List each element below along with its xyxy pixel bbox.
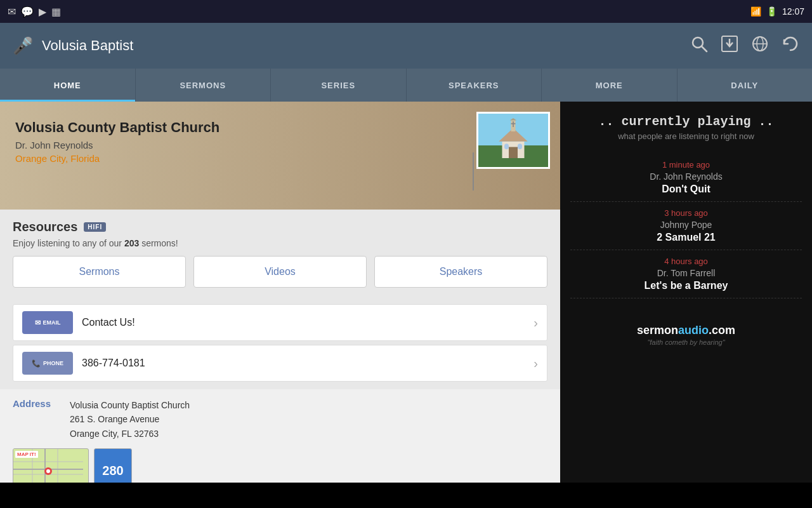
tab-sermons[interactable]: SERMONS [136,69,272,102]
gmail-icon: ✉ [8,6,16,18]
map-label: MAP IT! [15,451,38,458]
address-section: Address Volusia County Baptist Church 26… [0,389,560,483]
play-time-2: 3 hours ago [570,208,802,218]
play-time-3: 4 hours ago [570,257,802,266]
address-label: Address [13,398,57,409]
email-icon-box: ✉ EMAIL [22,311,73,334]
address-text: Volusia County Baptist Church 261 S. Ora… [70,398,190,441]
church-thumbnail [476,112,550,169]
sermons-button[interactable]: Sermons [13,256,186,288]
tab-daily[interactable]: DAILY [678,69,813,102]
download-icon[interactable] [721,35,738,57]
address-row: Address Volusia County Baptist Church 26… [13,398,547,441]
status-bar: ✉ 💬 ▶ ▦ 📶 🔋 12:07 [0,0,812,23]
right-panel: .. currently playing .. what people are … [560,102,812,483]
contact-section: ✉ EMAIL Contact Us! › 📞 PHONE 386-774-01… [0,300,560,389]
tab-speakers[interactable]: SPEAKERS [407,69,542,102]
phone-chevron-icon: › [534,356,538,371]
phone-row[interactable]: 📞 PHONE 386-774-0181 › [13,345,547,382]
grid-icon: ▦ [51,6,61,18]
resources-description: Enjoy listening to any of our 203 sermon… [13,238,547,248]
svg-point-24 [46,469,50,473]
svg-rect-13 [511,123,516,124]
highway-number: 280 [102,464,123,478]
resources-section: Resources HIFI Enjoy listening to any of… [0,210,560,300]
phone-icon-box: 📞 PHONE [22,352,73,375]
play-speaker-3: Dr. Tom Farrell [570,268,802,278]
header-left: 🎤 Volusia Baptist [13,36,133,56]
now-playing-title: .. currently playing .. [598,114,773,129]
svg-rect-14 [504,144,509,149]
time-display: 12:07 [782,6,804,17]
sms-icon: 💬 [21,6,34,18]
google-map-thumbnail[interactable]: MAP IT! [13,448,89,483]
now-playing-subtitle: what people are listening to right now [618,131,754,141]
left-panel: Volusia County Baptist Church Dr. John R… [0,102,560,483]
header-actions [690,35,799,57]
play-speaker-1: Dr. John Reynolds [570,171,802,182]
play-item-2[interactable]: 3 hours ago Johnny Pope 2 Samuel 21 [570,202,802,250]
nav-tabs: HOME SERMONS SERIES SPEAKERS MORE DAILY [0,69,812,102]
status-icons-left: ✉ 💬 ▶ ▦ [8,6,61,18]
tab-more[interactable]: MORE [542,69,678,102]
map-area: MAP IT! 280 [13,448,547,483]
pastor-name: Dr. John Reynolds [15,140,545,150]
logo-tagline: "faith cometh by hearing" [637,338,735,346]
tab-series[interactable]: SERIES [271,69,407,102]
speakers-button[interactable]: Speakers [374,256,547,288]
phone-icon: 📞 [32,359,41,368]
svg-marker-11 [510,118,517,121]
email-chevron-icon: › [534,316,538,330]
search-icon[interactable] [690,35,708,57]
play-sermon-3: Let's be a Barney [570,280,802,291]
tab-home[interactable]: HOME [0,69,136,102]
sermon-count: 203 [124,238,139,248]
logo-text: sermonaudio.com [637,324,735,337]
play-speaker-2: Johnny Pope [570,220,802,230]
resources-header: Resources HIFI [13,220,547,234]
main-content: Volusia County Baptist Church Dr. John R… [0,102,812,508]
refresh-icon[interactable] [782,35,799,57]
app-header: 🎤 Volusia Baptist [0,23,812,69]
sermonaudio-logo: sermonaudio.com "faith cometh by hearing… [637,324,735,346]
envelope-icon: ✉ [35,319,41,327]
highway-sign[interactable]: 280 [94,448,132,483]
church-location: Orange City, Florida [15,153,545,164]
battery-icon: 🔋 [766,6,777,17]
divider [473,152,474,190]
svg-rect-15 [518,144,522,149]
church-name: Volusia County Baptist Church [15,119,545,136]
svg-rect-8 [509,147,518,159]
play-sermon-1: Don't Quit [570,184,802,195]
email-row[interactable]: ✉ EMAIL Contact Us! › [13,304,547,341]
wifi-icon: 📶 [750,6,761,17]
mic-icon[interactable]: 🎤 [13,36,33,56]
play-icon: ▶ [39,6,46,18]
resource-buttons: Sermons Videos Speakers [13,256,547,288]
play-item-3[interactable]: 4 hours ago Dr. Tom Farrell Let's be a B… [570,250,802,298]
hifi-badge: HIFI [84,222,106,232]
play-item-1[interactable]: 1 minute ago Dr. John Reynolds Don't Qui… [570,154,802,202]
contact-email-text: Contact Us! [82,317,534,328]
hero-section: Volusia County Baptist Church Dr. John R… [0,102,560,210]
play-sermon-2: 2 Samuel 21 [570,232,802,243]
status-right: 📶 🔋 12:07 [750,6,804,17]
globe-icon[interactable] [751,35,769,57]
svg-line-1 [702,46,707,51]
resources-title: Resources [13,220,77,234]
phone-number: 386-774-0181 [82,358,534,369]
videos-button[interactable]: Videos [193,256,367,288]
app-title: Volusia Baptist [42,37,133,54]
play-time-1: 1 minute ago [570,160,802,170]
